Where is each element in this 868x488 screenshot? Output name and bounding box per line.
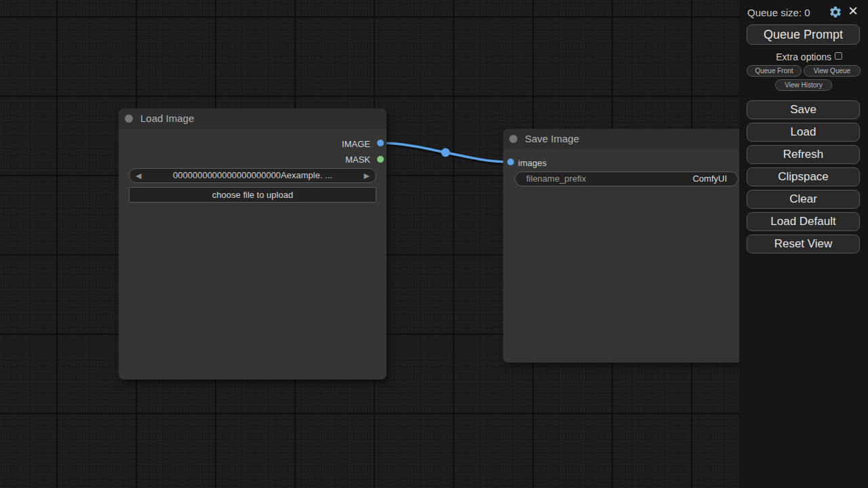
output-label-image: IMAGE — [342, 139, 370, 149]
extra-options-checkbox[interactable] — [835, 52, 842, 60]
clipspace-button[interactable]: Clipspace — [747, 167, 860, 186]
widget-label: filename_prefix — [526, 172, 586, 186]
output-dot-image[interactable] — [377, 140, 384, 146]
node-title: Save Image — [525, 129, 579, 149]
node-save-image-titlebar[interactable]: Save Image — [503, 129, 751, 149]
combo-next-icon[interactable]: ▶ — [364, 169, 370, 182]
app-window: Load Image IMAGE MASK ◀ 0000000000000000… — [0, 0, 868, 488]
comfy-menu: Queue size: 0 × Queue Prompt Extra optio… — [739, 0, 868, 488]
output-dot-mask[interactable] — [377, 156, 384, 163]
node-title: Load Image — [140, 108, 194, 129]
refresh-button[interactable]: Refresh — [747, 145, 860, 164]
save-button[interactable]: Save — [747, 100, 860, 119]
queue-prompt-button[interactable]: Queue Prompt — [747, 24, 860, 45]
node-load-image-titlebar[interactable]: Load Image — [119, 108, 387, 129]
output-label-mask: MASK — [345, 155, 370, 165]
node-load-image[interactable]: Load Image IMAGE MASK ◀ 0000000000000000… — [119, 108, 387, 380]
clear-button[interactable]: Clear — [747, 190, 860, 209]
queue-front-button[interactable]: Queue Front — [747, 65, 802, 77]
choose-file-button[interactable]: choose file to upload — [129, 187, 376, 203]
load-button[interactable]: Load — [747, 123, 860, 142]
load-default-button[interactable]: Load Default — [747, 212, 860, 231]
view-history-button[interactable]: View History — [775, 79, 832, 91]
extra-options-label: Extra options — [739, 52, 831, 62]
image-combo-value: 0000000000000000000000Aexample. ... — [143, 169, 362, 182]
queue-size-label: Queue size: 0 — [747, 7, 810, 18]
close-icon[interactable]: × — [848, 1, 858, 20]
view-queue-button[interactable]: View Queue — [804, 65, 861, 77]
gear-icon[interactable] — [829, 5, 842, 19]
node-status-dot — [509, 135, 517, 143]
widget-value: ComfyUI — [692, 172, 727, 186]
image-combo-widget[interactable]: ◀ 0000000000000000000000Aexample. ... ▶ — [129, 168, 376, 183]
filename-prefix-widget[interactable]: filename_prefix ComfyUI — [515, 171, 738, 186]
input-dot-images[interactable] — [507, 159, 514, 165]
combo-prev-icon[interactable]: ◀ — [136, 169, 141, 182]
reset-view-button[interactable]: Reset View — [747, 235, 860, 253]
node-status-dot — [125, 115, 133, 123]
node-save-image[interactable]: Save Image images filename_prefix ComfyU… — [503, 129, 751, 363]
input-label-images: images — [518, 158, 547, 168]
